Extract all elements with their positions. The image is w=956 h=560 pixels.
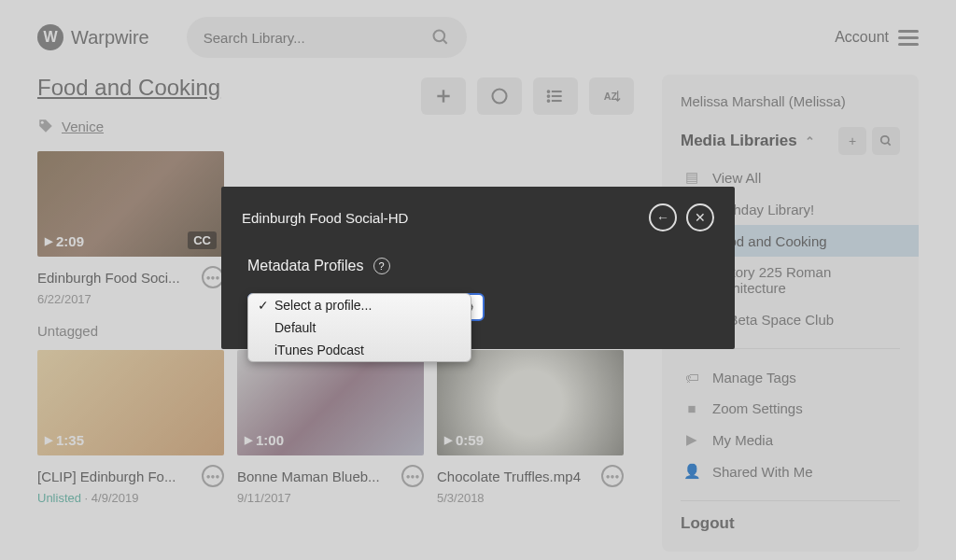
dropdown-option[interactable]: iTunes Podcast (248, 339, 471, 361)
close-button[interactable]: ✕ (686, 203, 714, 231)
modal-title: Edinburgh Food Social-HD (242, 210, 408, 226)
modal-overlay[interactable]: Edinburgh Food Social-HD ← ✕ Metadata Pr… (0, 0, 956, 560)
dropdown-option[interactable]: Select a profile... (248, 294, 471, 316)
profile-dropdown: Select a profile... Default iTunes Podca… (247, 293, 471, 362)
help-icon[interactable]: ? (373, 258, 390, 274)
back-button[interactable]: ← (649, 203, 677, 231)
dropdown-option[interactable]: Default (248, 316, 471, 339)
modal: Edinburgh Food Social-HD ← ✕ Metadata Pr… (221, 187, 735, 349)
modal-section-label: Metadata Profiles ? (247, 258, 709, 274)
